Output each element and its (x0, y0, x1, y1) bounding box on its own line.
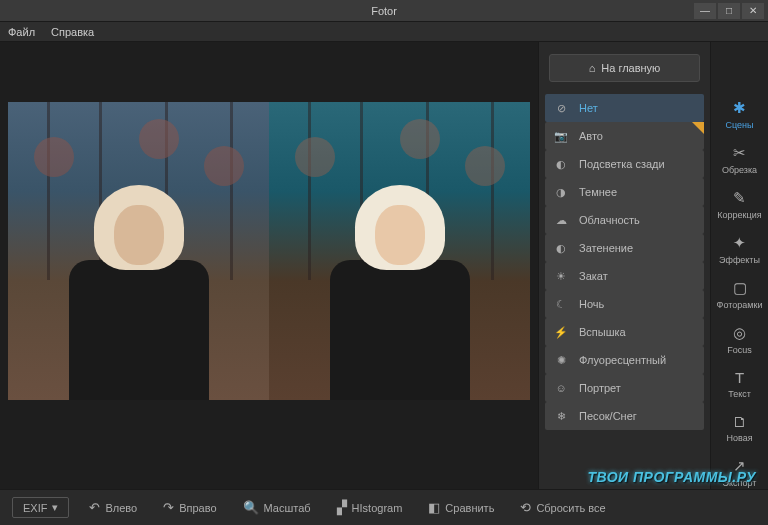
rotate-left-button[interactable]: ↶Влево (83, 496, 143, 519)
scene-icon: ◐ (553, 240, 569, 256)
tool-label: Новая (726, 433, 752, 443)
minimize-button[interactable]: — (694, 3, 716, 19)
scene-label: Авто (579, 130, 603, 142)
image-before (8, 102, 269, 400)
scene-item-4[interactable]: ☁Облачность (545, 206, 704, 234)
reset-icon: ⟲ (520, 500, 531, 515)
tool-label: Текст (728, 389, 751, 399)
scene-label: Темнее (579, 186, 617, 198)
scene-item-3[interactable]: ◑Темнее (545, 178, 704, 206)
image-after (269, 102, 530, 400)
scene-label: Флуоресцентный (579, 354, 666, 366)
tool-label: Сцены (726, 120, 754, 130)
scene-icon: ❄ (553, 408, 569, 424)
exif-button[interactable]: EXIF ▾ (12, 497, 69, 518)
rotate-right-icon: ↷ (163, 500, 174, 515)
tool-новая[interactable]: 🗋Новая (711, 406, 768, 450)
tool-icon: 🗋 (732, 413, 747, 430)
scene-label: Песок/Снег (579, 410, 637, 422)
tool-label: Focus (727, 345, 752, 355)
tool-коррекция[interactable]: ✎Коррекция (711, 182, 768, 227)
menubar: Файл Справка (0, 22, 768, 42)
chevron-down-icon: ▾ (52, 501, 58, 514)
compare-button[interactable]: ◧Сравнить (422, 496, 500, 519)
scene-icon: ☾ (553, 296, 569, 312)
tool-текст[interactable]: TТекст (711, 362, 768, 406)
scene-item-5[interactable]: ◐Затенение (545, 234, 704, 262)
scene-item-11[interactable]: ❄Песок/Снег (545, 402, 704, 430)
tool-icon: ✎ (733, 189, 746, 207)
tool-label: Коррекция (717, 210, 761, 220)
home-button[interactable]: ⌂ На главную (549, 54, 700, 82)
home-icon: ⌂ (589, 62, 596, 74)
right-panel: ⌂ На главную ⊘Нет📷Авто◐Подсветка сзади◑Т… (538, 42, 768, 489)
scene-icon: ☀ (553, 268, 569, 284)
titlebar: Fotor — □ ✕ (0, 0, 768, 22)
comparison-image (8, 102, 530, 400)
scene-label: Ночь (579, 298, 604, 310)
scene-icon: ☺ (553, 380, 569, 396)
scene-icon: ◑ (553, 184, 569, 200)
tool-icon: T (735, 369, 744, 386)
scene-item-2[interactable]: ◐Подсветка сзади (545, 150, 704, 178)
scene-item-0[interactable]: ⊘Нет (545, 94, 704, 122)
watermark: ТВОИ ПРОГРАММЫ.РУ (587, 469, 756, 485)
scene-item-9[interactable]: ✺Флуоресцентный (545, 346, 704, 374)
close-button[interactable]: ✕ (742, 3, 764, 19)
scene-label: Вспышка (579, 326, 626, 338)
menu-help[interactable]: Справка (51, 26, 94, 38)
scene-label: Портрет (579, 382, 621, 394)
tool-focus[interactable]: ◎Focus (711, 317, 768, 362)
tool-label: Обрезка (722, 165, 757, 175)
tool-rail: ✱Сцены✂Обрезка✎Коррекция✦Эффекты▢Фоторам… (710, 42, 768, 489)
compare-icon: ◧ (428, 500, 440, 515)
zoom-button[interactable]: 🔍Масштаб (237, 496, 317, 519)
scene-list: ⌂ На главную ⊘Нет📷Авто◐Подсветка сзади◑Т… (539, 42, 710, 489)
scene-label: Облачность (579, 214, 640, 226)
home-label: На главную (601, 62, 660, 74)
scene-icon: ✺ (553, 352, 569, 368)
tool-icon: ✂ (733, 144, 746, 162)
scene-item-6[interactable]: ☀Закат (545, 262, 704, 290)
scene-icon: ◐ (553, 156, 569, 172)
app-title: Fotor (371, 5, 397, 17)
tool-icon: ▢ (733, 279, 747, 297)
scene-item-1[interactable]: 📷Авто (545, 122, 704, 150)
scene-label: Подсветка сзади (579, 158, 665, 170)
tool-сцены[interactable]: ✱Сцены (711, 92, 768, 137)
tool-icon: ✦ (733, 234, 746, 252)
scene-label: Нет (579, 102, 598, 114)
zoom-icon: 🔍 (243, 500, 259, 515)
scene-label: Закат (579, 270, 608, 282)
reset-button[interactable]: ⟲Сбросить все (514, 496, 611, 519)
maximize-button[interactable]: □ (718, 3, 740, 19)
menu-file[interactable]: Файл (8, 26, 35, 38)
scene-icon: ⚡ (553, 324, 569, 340)
tool-label: Фоторамки (717, 300, 763, 310)
tool-фоторамки[interactable]: ▢Фоторамки (711, 272, 768, 317)
canvas-area (0, 42, 538, 489)
rotate-left-icon: ↶ (89, 500, 100, 515)
scene-icon: ⊘ (553, 100, 569, 116)
tool-эффекты[interactable]: ✦Эффекты (711, 227, 768, 272)
scene-item-10[interactable]: ☺Портрет (545, 374, 704, 402)
main-area: ⌂ На главную ⊘Нет📷Авто◐Подсветка сзади◑Т… (0, 42, 768, 489)
scene-label: Затенение (579, 242, 633, 254)
window-controls: — □ ✕ (694, 3, 764, 19)
tool-label: Эффекты (719, 255, 760, 265)
scene-item-8[interactable]: ⚡Вспышка (545, 318, 704, 346)
tool-icon: ✱ (733, 99, 746, 117)
tool-обрезка[interactable]: ✂Обрезка (711, 137, 768, 182)
histogram-icon: ▞ (337, 500, 347, 515)
scene-item-7[interactable]: ☾Ночь (545, 290, 704, 318)
scene-icon: 📷 (553, 128, 569, 144)
histogram-button[interactable]: ▞HIstogram (331, 496, 409, 519)
rotate-right-button[interactable]: ↷Вправо (157, 496, 222, 519)
bottombar: EXIF ▾ ↶Влево ↷Вправо 🔍Масштаб ▞HIstogra… (0, 489, 768, 525)
tool-icon: ◎ (733, 324, 746, 342)
scene-icon: ☁ (553, 212, 569, 228)
